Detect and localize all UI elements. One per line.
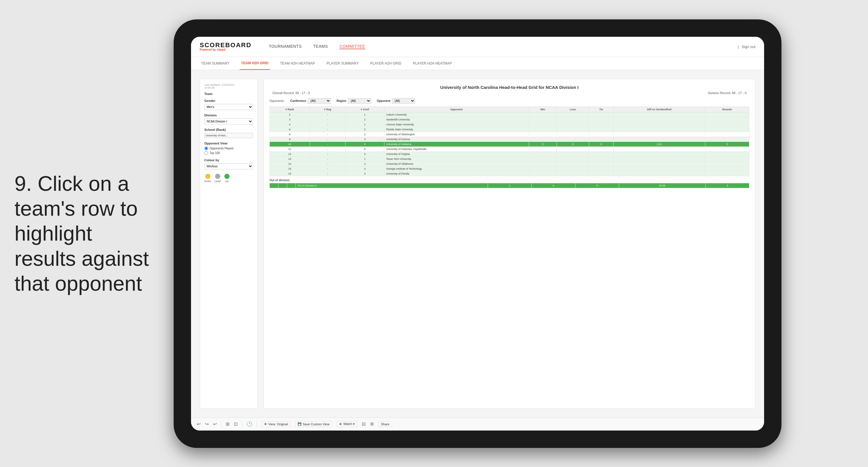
save-icon: 💾 [298, 422, 302, 426]
sidebar-gender-select[interactable]: Men's [204, 104, 253, 110]
nav-right: | Sign out [738, 45, 755, 49]
table-row[interactable]: 6 - 2 Florida State University [270, 127, 749, 132]
cell-conf: 2 [345, 117, 384, 122]
colour-by-select[interactable]: Win/loss [204, 163, 253, 169]
col-diff: Diff Av Strokes/Rnd [613, 107, 705, 112]
table-row[interactable]: 14 - 2 University of Oklahoma [270, 161, 749, 166]
cell-empty2 [278, 183, 287, 188]
cell-tie [589, 127, 614, 132]
colour-by-label: Colour by [204, 158, 253, 162]
sign-out-link[interactable]: Sign out [742, 45, 755, 49]
out-of-division-table: NCAA Division II 1 0 0 26.00 3 [270, 183, 749, 188]
cell-opponent: Texas Tech University [384, 156, 529, 161]
cell-rank: 2 [270, 112, 310, 117]
table-row[interactable]: 4 - 1 Arizona State University [270, 122, 749, 127]
cell-division-win: 1 [488, 183, 531, 188]
share-button[interactable]: Share [378, 421, 392, 427]
sidebar-division-select[interactable]: NCAA Division I [204, 118, 253, 124]
legend-items: Down Level Up [204, 174, 253, 183]
logo-powered: Powered by clippd [200, 48, 251, 51]
sub-nav-player-h2h-grid[interactable]: PLAYER H2H GRID [369, 57, 403, 70]
share-label: Share [381, 422, 389, 426]
cell-opponent: Florida State University [384, 127, 529, 132]
cell-division-loss: 0 [531, 183, 575, 188]
save-custom-button[interactable]: 💾 Save Custom View [295, 421, 332, 427]
sub-nav-team-h2h-heatmap[interactable]: TEAM H2H HEATMAP [278, 57, 316, 70]
cell-rounds [705, 137, 749, 142]
redo-button[interactable]: ↪ [205, 421, 209, 427]
cell-rank: 9 [270, 137, 310, 142]
cell-win [529, 117, 557, 122]
cell-division-rounds: 3 [705, 183, 749, 188]
sub-nav-team-summary[interactable]: TEAM SUMMARY [200, 57, 231, 70]
col-conf: # Conf [345, 107, 384, 112]
table-row[interactable]: 13 - 1 Texas Tech University [270, 156, 749, 161]
table-row[interactable]: 15 - 4 Georgia Institute of Technology [270, 166, 749, 171]
cell-loss [557, 127, 589, 132]
toolbar-sep-1 [221, 421, 221, 427]
undo-button[interactable]: ↩ [197, 421, 200, 427]
cell-conf: 1 [345, 156, 384, 161]
watch-button[interactable]: 👁 Watch ▾ [336, 421, 358, 427]
opponent-label: Opponent [377, 99, 391, 103]
legend-down: Down [204, 174, 211, 183]
nav-tournaments[interactable]: TOURNAMENTS [269, 44, 302, 49]
region-select[interactable]: (All) [348, 98, 371, 104]
cell-diff [613, 146, 705, 151]
legend-level-circle [215, 174, 220, 179]
cell-conf: 1 [345, 112, 384, 117]
cell-rounds [705, 117, 749, 122]
refresh-button[interactable]: ↩ [213, 421, 217, 427]
sidebar-school-display[interactable]: University of Nort... [204, 133, 253, 138]
cell-tie [589, 156, 614, 161]
presentation-button[interactable]: ⊟ [362, 421, 366, 427]
table-row[interactable]: 11 - 6 University of Arkansas, Fayettevi… [270, 146, 749, 151]
radio-opponents-played[interactable]: Opponents Played [204, 146, 253, 150]
cell-loss [557, 151, 589, 156]
cell-reg: - [310, 161, 346, 166]
cell-loss [557, 112, 589, 117]
col-rank: # Rank [270, 107, 310, 112]
save-custom-label: Save Custom View [303, 422, 330, 426]
nav-committee[interactable]: COMMITTEE [340, 44, 365, 49]
table-row[interactable]: 12 - 3 University of Virginia [270, 151, 749, 156]
opponent-select[interactable]: (All) [392, 98, 415, 104]
clock-button[interactable]: 🕐 [247, 421, 252, 427]
cell-tie [589, 161, 614, 166]
sidebar-team-section: Team [204, 92, 253, 95]
cell-rank: 12 [270, 151, 310, 156]
cell-win [529, 156, 557, 161]
overall-record: Overall Record: 89 - 17 - 0 [272, 91, 310, 95]
sub-nav-player-summary[interactable]: PLAYER SUMMARY [325, 57, 360, 70]
cell-reg: - [310, 122, 346, 127]
cell-opponent: University of Florida [384, 171, 529, 176]
out-of-division-row[interactable]: NCAA Division II 1 0 0 26.00 3 [270, 183, 749, 188]
table-row[interactable]: 16 - 3 University of Florida [270, 171, 749, 176]
cell-conf: 1 [345, 122, 384, 127]
radio-top-100[interactable]: Top 100 [204, 151, 253, 155]
colour-by-section: Colour by Win/loss [204, 158, 253, 169]
cell-opponent: University of Alabama [384, 142, 529, 146]
copy-button[interactable]: ⊞ [226, 421, 229, 427]
table-row[interactable]: 2 - 1 Auburn University [270, 112, 749, 117]
sub-nav-team-h2h-grid[interactable]: TEAM H2H GRID [240, 57, 270, 70]
table-row-selected[interactable]: 10 - 5 University of Alabama 3 0 0 2.61 … [270, 142, 749, 146]
cell-rounds [705, 122, 749, 127]
paste-button[interactable]: ⊡ [234, 421, 238, 427]
cell-opponent: University of Arizona [384, 137, 529, 142]
cell-tie [589, 122, 614, 127]
cell-diff [613, 161, 705, 166]
view-original-button[interactable]: 👁 View: Original [261, 421, 290, 427]
cell-conf: 3 [345, 151, 384, 156]
conference-select[interactable]: (All) [308, 98, 331, 104]
settings-button[interactable]: ⚙ [370, 421, 374, 427]
table-row[interactable]: 9 - 3 University of Arizona [270, 137, 749, 142]
sub-nav-player-h2h-heatmap[interactable]: PLAYER H2H HEATMAP [411, 57, 453, 70]
cell-tie [589, 117, 614, 122]
cell-loss [557, 146, 589, 151]
cell-rounds [705, 161, 749, 166]
table-row[interactable]: 8 - 2 University of Washington [270, 132, 749, 137]
nav-teams[interactable]: TEAMS [313, 44, 328, 49]
table-row[interactable]: 3 - 2 Vanderbilt University [270, 117, 749, 122]
legend-section: Down Level Up [204, 174, 253, 183]
